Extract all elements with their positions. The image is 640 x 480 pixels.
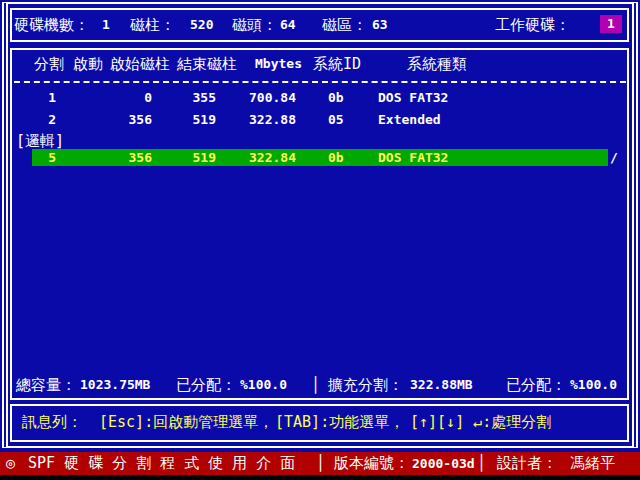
capacity-stats-row: 總容量： 1023.75MB 已分配： %100.0 │ 擴充分割： 322.8… xyxy=(0,377,640,393)
stats-separator: │ xyxy=(311,377,320,393)
version-value: 2000-03d xyxy=(412,452,475,475)
partition-number: 2 xyxy=(16,112,56,128)
system-id: 05 xyxy=(328,112,344,128)
mbytes-value: 700.84 xyxy=(224,90,296,106)
drives-value: 1 xyxy=(102,17,110,33)
system-type: DOS FAT32 xyxy=(378,90,448,106)
bullseye-icon: ◎ xyxy=(6,452,15,475)
cylinders-label: 磁柱： xyxy=(130,17,175,33)
sectors-value: 63 xyxy=(372,17,388,33)
dos-fdisk-screen: 硬碟機數： 1 磁柱： 520 磁頭： 64 磁區： 63 工作硬碟： 1 分割… xyxy=(0,0,640,480)
working-disk-label: 工作硬碟： xyxy=(495,17,570,33)
start-cylinder: 0 xyxy=(96,90,152,106)
drives-label: 硬碟機數： xyxy=(14,17,89,33)
table-header-row: 分割 啟動 啟始磁柱 結束磁柱 Mbytes 系統ID 系統種類 xyxy=(0,56,640,72)
footer-separator-2: │ xyxy=(477,452,486,475)
footer-separator-1: │ xyxy=(316,452,325,475)
header-separator-line xyxy=(14,81,626,83)
system-id: 0b xyxy=(328,90,344,106)
heads-value: 64 xyxy=(280,17,296,33)
esc-key-hint: [Esc]:回啟動管理選單， xyxy=(99,414,273,430)
designer-label: 設計者： xyxy=(497,452,557,475)
heads-label: 磁頭： xyxy=(232,17,277,33)
arrow-keys-hint: [↑][↓] ↵:處理分割 xyxy=(410,414,551,430)
partition-number: 1 xyxy=(16,90,56,106)
allocated-value: %100.0 xyxy=(240,377,287,393)
col-header-end-cyl: 結束磁柱 xyxy=(177,56,237,72)
table-row[interactable]: 1 0 355 700.84 0b DOS FAT32 xyxy=(0,90,640,106)
version-label: 版本編號： xyxy=(334,452,409,475)
system-type: Extended xyxy=(378,112,441,128)
total-capacity-value: 1023.75MB xyxy=(80,377,150,393)
message-row: 訊息列： [Esc]:回啟動管理選單， [TAB]:功能選單， [↑][↓] ↵… xyxy=(0,414,640,430)
tab-key-hint: [TAB]:功能選單， xyxy=(275,414,404,430)
end-cylinder: 519 xyxy=(160,150,216,166)
app-title: SPF 硬 碟 分 割 程 式 使 用 介 面 xyxy=(28,452,295,475)
extended-allocated-value: %100.0 xyxy=(570,377,617,393)
system-id: 0b xyxy=(328,150,344,166)
footer-bar: ◎ SPF 硬 碟 分 割 程 式 使 用 介 面 │ 版本編號： 2000-0… xyxy=(0,452,640,475)
col-header-mbytes: Mbytes xyxy=(255,56,302,72)
end-cylinder: 519 xyxy=(160,112,216,128)
mbytes-value: 322.84 xyxy=(224,150,296,166)
mbytes-value: 322.88 xyxy=(224,112,296,128)
extended-label: 擴充分割： xyxy=(328,377,403,393)
col-header-system-type: 系統種類 xyxy=(407,56,467,72)
spinner-slash: / xyxy=(610,150,618,166)
logical-section-label: [邏輯] xyxy=(16,133,64,149)
col-header-start-cyl: 啟始磁柱 xyxy=(110,56,170,72)
col-header-system-id: 系統ID xyxy=(313,56,361,72)
partition-number: 5 xyxy=(16,150,56,166)
col-header-boot: 啟動 xyxy=(73,56,103,72)
extended-allocated-label: 已分配： xyxy=(506,377,566,393)
cylinders-value: 520 xyxy=(190,17,213,33)
start-cylinder: 356 xyxy=(96,150,152,166)
message-label: 訊息列： xyxy=(22,414,82,430)
table-row[interactable]: 2 356 519 322.88 05 Extended xyxy=(0,112,640,128)
start-cylinder: 356 xyxy=(96,112,152,128)
total-capacity-label: 總容量： xyxy=(16,377,76,393)
end-cylinder: 355 xyxy=(160,90,216,106)
col-header-partition: 分割 xyxy=(34,56,64,72)
table-row-selected[interactable]: 5 356 519 322.84 0b DOS FAT32 / xyxy=(0,150,640,166)
allocated-label: 已分配： xyxy=(176,377,236,393)
system-type: DOS FAT32 xyxy=(378,150,448,166)
extended-value: 322.88MB xyxy=(410,377,473,393)
designer-value: 馮緒平 xyxy=(570,452,615,475)
disk-info-row: 硬碟機數： 1 磁柱： 520 磁頭： 64 磁區： 63 工作硬碟： xyxy=(0,17,640,33)
working-disk-badge[interactable]: 1 xyxy=(600,15,622,33)
sectors-label: 磁區： xyxy=(322,17,367,33)
